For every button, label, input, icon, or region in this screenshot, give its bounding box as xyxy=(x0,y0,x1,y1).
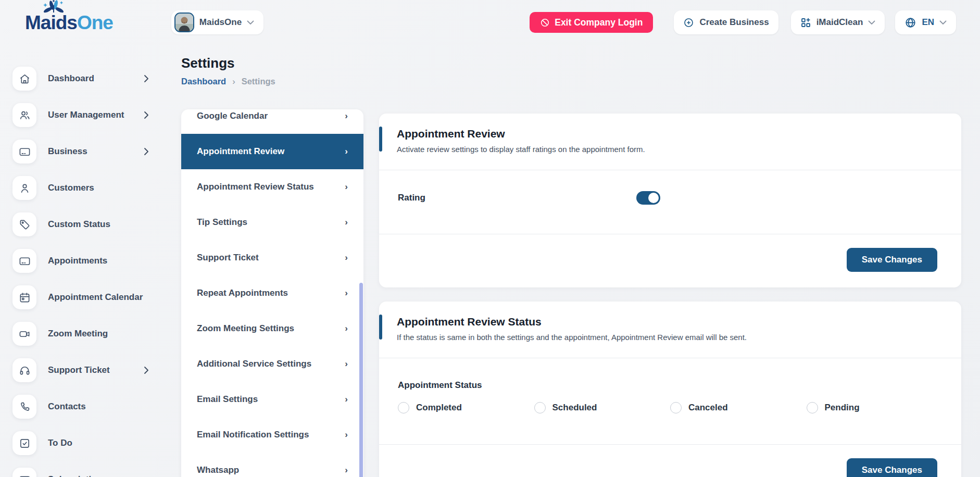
rating-label: Rating xyxy=(398,193,636,203)
settings-menu-item-additional-service-settings[interactable]: Additional Service Settings› xyxy=(181,346,363,382)
sidebar-item-support-ticket[interactable]: Support Ticket xyxy=(12,352,175,388)
settings-menu-scrollbar[interactable] xyxy=(359,283,363,477)
check-square-icon xyxy=(12,431,36,455)
plus-circle-icon xyxy=(683,17,694,28)
chevron-right-icon: › xyxy=(345,253,348,263)
chevron-right-icon: › xyxy=(345,430,348,440)
calendar-icon xyxy=(12,285,36,309)
chevron-down-icon xyxy=(247,20,254,25)
settings-menu-item-zoom-meeting-settings[interactable]: Zoom Meeting Settings› xyxy=(181,311,363,346)
chevron-right-icon: › xyxy=(345,323,348,334)
radio-option-pending[interactable]: Pending xyxy=(807,402,943,413)
card-accent-bar xyxy=(379,127,382,152)
toggle-knob xyxy=(648,193,659,203)
appointment-status-options: Completed Scheduled Canceled Pending xyxy=(398,402,943,413)
sidebar-item-dashboard[interactable]: Dashboard xyxy=(12,60,175,97)
create-business-button[interactable]: Create Business xyxy=(674,10,778,34)
app-switcher-dropdown[interactable]: iMaidClean xyxy=(791,10,885,34)
sidebar-item-custom-status[interactable]: Custom Status xyxy=(12,206,175,243)
chevron-right-icon: › xyxy=(345,146,348,157)
save-changes-button[interactable]: Save Changes xyxy=(847,248,937,272)
sidebar-item-user-management[interactable]: User Management xyxy=(12,97,175,133)
home-icon xyxy=(12,67,36,91)
settings-menu-item-appointment-review[interactable]: Appointment Review› xyxy=(181,134,363,169)
settings-menu-item-support-ticket[interactable]: Support Ticket› xyxy=(181,240,363,275)
sidebar-item-business[interactable]: Business xyxy=(12,133,175,170)
logo-plume-icon xyxy=(43,0,65,15)
sidebar-item-zoom-meeting[interactable]: Zoom Meeting xyxy=(12,316,175,352)
appointment-review-footer: Save Changes xyxy=(379,234,961,287)
sidebar-item-appointments[interactable]: Appointments xyxy=(12,243,175,279)
appointment-review-title: Appointment Review xyxy=(397,128,944,140)
logo-text: One xyxy=(77,13,113,32)
breadcrumb: Dashboard › Settings xyxy=(181,77,275,86)
appointment-review-status-header: Appointment Review Status If the status … xyxy=(379,302,961,358)
radio-option-completed[interactable]: Completed xyxy=(398,402,534,413)
settings-panels: Appointment Review Activate review setti… xyxy=(379,114,961,477)
page-title: Settings xyxy=(181,55,275,71)
chevron-right-icon xyxy=(144,366,149,374)
settings-menu: Google Calendar› Appointment Review› App… xyxy=(181,109,363,477)
chevron-right-icon xyxy=(144,111,149,119)
appointment-status-label: Appointment Status xyxy=(398,380,943,391)
sidebar-item-to-do[interactable]: To Do xyxy=(12,425,175,461)
chevron-right-icon xyxy=(144,74,149,83)
chevron-right-icon: › xyxy=(345,182,348,192)
chevron-right-icon: › xyxy=(345,111,348,121)
chevron-right-icon: › xyxy=(345,288,348,298)
logo-text: ds xyxy=(56,13,77,32)
headset-icon xyxy=(12,358,36,382)
sidebar-item-appointment-calendar[interactable]: Appointment Calendar xyxy=(12,279,175,316)
card-icon xyxy=(12,249,36,273)
radio-button[interactable] xyxy=(398,402,409,413)
radio-button[interactable] xyxy=(534,402,546,413)
language-label: EN xyxy=(922,17,934,28)
app-logo[interactable]: Mai dsOne xyxy=(25,13,113,32)
sidebar-item-subscription[interactable]: Subscription xyxy=(12,461,175,477)
radio-button[interactable] xyxy=(670,402,682,413)
settings-menu-item-google-calendar[interactable]: Google Calendar› xyxy=(181,109,363,134)
radio-option-canceled[interactable]: Canceled xyxy=(670,402,807,413)
save-changes-button[interactable]: Save Changes xyxy=(847,458,937,477)
language-dropdown[interactable]: EN xyxy=(895,10,956,34)
chevron-right-icon xyxy=(144,147,149,156)
sidebar-nav: Dashboard User Management Business Custo… xyxy=(0,45,175,477)
company-avatar xyxy=(174,12,194,32)
card-icon xyxy=(12,468,36,477)
settings-menu-list: Google Calendar› Appointment Review› App… xyxy=(181,109,363,477)
rating-toggle[interactable] xyxy=(636,191,660,205)
breadcrumb-dashboard-link[interactable]: Dashboard xyxy=(181,77,226,86)
logo-text: Ma xyxy=(25,13,51,32)
sidebar-item-contacts[interactable]: Contacts xyxy=(12,388,175,425)
ban-icon xyxy=(540,18,550,28)
settings-menu-item-whatsapp[interactable]: Whatsapp› xyxy=(181,453,363,477)
tag-icon xyxy=(12,212,36,236)
grid-plus-icon xyxy=(800,17,811,28)
company-dropdown[interactable]: MaidsOne xyxy=(171,10,263,34)
chevron-right-icon: › xyxy=(345,359,348,369)
rating-row: Rating xyxy=(379,170,961,234)
radio-option-scheduled[interactable]: Scheduled xyxy=(534,402,671,413)
appointment-review-status-title: Appointment Review Status xyxy=(397,316,944,328)
exit-company-login-button[interactable]: Exit Company Login xyxy=(530,12,653,33)
company-dropdown-label: MaidsOne xyxy=(199,17,242,28)
phone-icon xyxy=(12,395,36,419)
card-icon xyxy=(12,140,36,164)
person-icon xyxy=(12,176,36,200)
appointment-review-card: Appointment Review Activate review setti… xyxy=(379,114,961,287)
chevron-right-icon: › xyxy=(345,217,348,228)
video-camera-icon xyxy=(12,322,36,346)
settings-menu-item-appointment-review-status[interactable]: Appointment Review Status› xyxy=(181,169,363,205)
globe-icon xyxy=(904,17,916,29)
appointment-review-status-card: Appointment Review Status If the status … xyxy=(379,302,961,477)
card-accent-bar xyxy=(379,315,382,340)
users-icon xyxy=(12,103,36,127)
settings-menu-item-tip-settings[interactable]: Tip Settings› xyxy=(181,205,363,240)
sidebar-item-customers[interactable]: Customers xyxy=(12,170,175,206)
settings-menu-item-repeat-appointments[interactable]: Repeat Appointments› xyxy=(181,275,363,311)
settings-menu-item-email-notification-settings[interactable]: Email Notification Settings› xyxy=(181,417,363,453)
appointment-review-status-footer: Save Changes xyxy=(379,445,961,477)
settings-menu-item-email-settings[interactable]: Email Settings› xyxy=(181,382,363,417)
app-switcher-label: iMaidClean xyxy=(816,17,863,28)
radio-button[interactable] xyxy=(807,402,818,413)
